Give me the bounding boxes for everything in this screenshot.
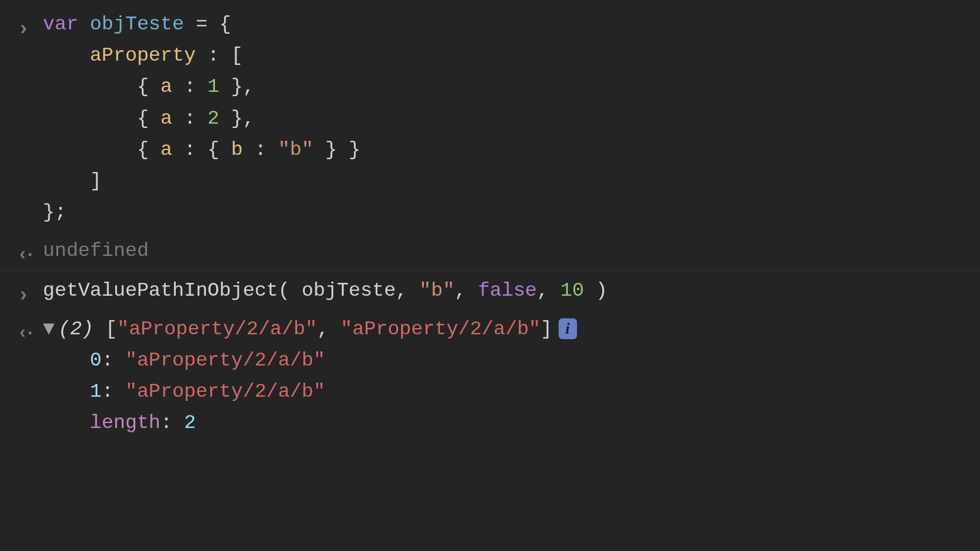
chevron-right-icon xyxy=(17,12,29,45)
punctuation: { xyxy=(137,75,160,98)
punctuation: : xyxy=(160,411,184,434)
length-key: length xyxy=(90,411,160,434)
punctuation: ] xyxy=(90,170,102,192)
punctuation: = { xyxy=(184,13,231,36)
code-line: getValuePathInObject( objTeste, "b", fal… xyxy=(43,275,968,306)
punctuation: : xyxy=(102,380,125,403)
punctuation: { xyxy=(137,107,160,130)
punctuation: [ xyxy=(105,318,117,340)
console-output-block: ▼(2) ["aProperty/2/a/b", "aProperty/2/a/… xyxy=(0,310,980,443)
variable-name: objTeste xyxy=(90,13,184,36)
punctuation: : xyxy=(102,349,125,372)
array-length-prefix: (2) xyxy=(58,318,105,340)
punctuation: , xyxy=(537,279,560,302)
boolean-literal: false xyxy=(478,279,537,302)
property-key: aProperty xyxy=(90,44,196,67)
console-input-block: getValuePathInObject( objTeste, "b", fal… xyxy=(0,271,980,310)
punctuation: { xyxy=(208,138,231,161)
array-summary-row[interactable]: ▼(2) ["aProperty/2/a/b", "aProperty/2/a/… xyxy=(43,313,968,345)
string-literal: "aProperty/2/a/b" xyxy=(341,318,540,340)
number-literal: 2 xyxy=(208,107,219,130)
chevron-right-icon xyxy=(17,279,29,312)
punctuation: , xyxy=(317,318,341,340)
undefined-result: undefined xyxy=(43,239,149,262)
code-line: var objTeste = { xyxy=(43,9,968,40)
punctuation: ) xyxy=(584,279,607,302)
punctuation: ] xyxy=(541,318,552,340)
length-value: 2 xyxy=(184,411,195,434)
array-item-row[interactable]: 1: "aProperty/2/a/b" xyxy=(43,376,968,407)
property-key: a xyxy=(160,107,172,130)
property-key: a xyxy=(160,75,172,98)
punctuation: : xyxy=(243,138,278,161)
console-output-block: undefined xyxy=(0,231,980,271)
keyword-var: var xyxy=(43,13,78,36)
string-literal: "aProperty/2/a/b" xyxy=(125,349,325,372)
punctuation: , xyxy=(454,279,478,302)
string-literal: "aProperty/2/a/b" xyxy=(117,318,317,340)
punctuation: { xyxy=(137,138,160,161)
punctuation: }, xyxy=(219,107,255,130)
punctuation: }; xyxy=(43,201,66,223)
string-literal: "aProperty/2/a/b" xyxy=(125,380,325,403)
punctuation: : [ xyxy=(196,44,243,67)
punctuation: : xyxy=(172,107,208,130)
code-line: ] xyxy=(43,165,968,197)
property-key: b xyxy=(231,138,243,161)
code-line: { a : 2 }, xyxy=(43,103,968,134)
code-line: { a : 1 }, xyxy=(43,71,968,102)
number-literal: 1 xyxy=(208,75,219,98)
punctuation: ( xyxy=(278,279,301,302)
info-icon[interactable]: i xyxy=(559,318,577,339)
code-line: aProperty : [ xyxy=(43,40,968,71)
triangle-down-icon[interactable]: ▼ xyxy=(43,313,55,345)
array-item-row[interactable]: 0: "aProperty/2/a/b" xyxy=(43,345,968,376)
array-index: 0 xyxy=(90,349,102,372)
function-name: getValuePathInObject xyxy=(43,279,278,302)
string-literal: "b" xyxy=(278,138,314,161)
array-index: 1 xyxy=(90,380,102,403)
number-literal: 10 xyxy=(560,279,584,302)
code-line: }; xyxy=(43,197,968,228)
property-key: a xyxy=(160,138,172,161)
console-input-block: var objTeste = { aProperty : [ { a : 1 }… xyxy=(0,5,980,231)
code-line: { a : { b : "b" } } xyxy=(43,134,968,165)
punctuation: : xyxy=(172,138,208,161)
argument: objTeste xyxy=(301,279,396,302)
string-literal: "b" xyxy=(420,279,455,302)
chevron-left-icon xyxy=(17,239,32,270)
punctuation: } } xyxy=(314,138,361,161)
punctuation: , xyxy=(396,279,419,302)
chevron-left-icon xyxy=(17,317,32,348)
punctuation: }, xyxy=(219,75,255,98)
punctuation: : xyxy=(172,75,208,98)
array-length-row[interactable]: length: 2 xyxy=(43,407,968,438)
